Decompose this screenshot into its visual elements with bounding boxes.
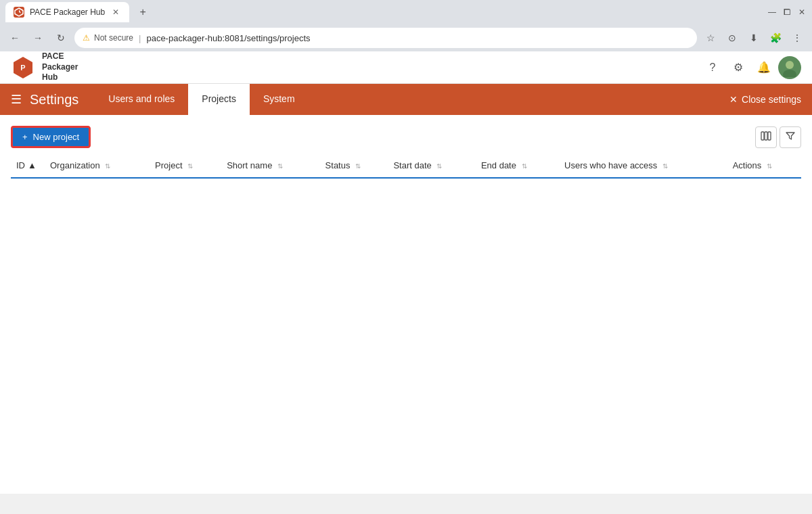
logo-icon: P xyxy=(11,55,35,80)
sort-icon: ⇅ xyxy=(522,162,527,170)
projects-table: ID ▲ Organization ⇅ Project ⇅ xyxy=(11,154,801,179)
title-bar: PACE Packager Hub ✕ + — ⧠ ✕ xyxy=(0,0,812,24)
logo-text: PACE Packager Hub xyxy=(42,51,78,83)
svg-text:P: P xyxy=(20,64,25,72)
settings-title: Settings xyxy=(30,92,78,108)
bell-icon: 🔔 xyxy=(757,61,771,74)
svg-marker-1 xyxy=(19,9,21,14)
sort-icon: ⇅ xyxy=(105,162,110,170)
close-icon: ✕ xyxy=(729,94,738,105)
url-bar[interactable]: ⚠ Not secure | pace-packager-hub:8081/se… xyxy=(74,28,697,48)
tab-favicon xyxy=(14,7,24,18)
tab-users-and-roles[interactable]: Users and roles xyxy=(95,84,188,115)
extensions-button[interactable]: 🧩 xyxy=(766,28,785,47)
sort-icon: ⇅ xyxy=(662,162,668,170)
gear-icon: ⚙ xyxy=(734,61,743,74)
svg-rect-8 xyxy=(768,132,771,140)
sort-icon: ⇅ xyxy=(187,162,193,170)
download-button[interactable]: ⬇ xyxy=(744,28,763,47)
help-button[interactable]: ? xyxy=(701,56,724,79)
tab-system[interactable]: System xyxy=(250,84,309,115)
tab-title: PACE Packager Hub xyxy=(30,7,105,17)
tab-projects[interactable]: Projects xyxy=(188,84,250,115)
not-secure-label: Not secure xyxy=(94,33,133,43)
address-bar: ← → ↻ ⚠ Not secure | pace-packager-hub:8… xyxy=(0,24,812,51)
bookmark-button[interactable]: ☆ xyxy=(701,28,720,47)
app-header: P PACE Packager Hub ? ⚙ 🔔 xyxy=(0,51,812,84)
forward-button[interactable]: → xyxy=(28,28,47,47)
sort-asc-icon: ▲ xyxy=(28,160,37,170)
help-icon: ? xyxy=(710,62,716,74)
app-logo: P PACE Packager Hub xyxy=(11,51,78,83)
url-separator: | xyxy=(139,33,141,43)
sort-icon: ⇅ xyxy=(767,162,772,170)
maximize-button[interactable]: ⧠ xyxy=(782,7,792,17)
col-header-project[interactable]: Project ⇅ xyxy=(150,154,221,178)
table-toolbar: + New project xyxy=(11,126,801,148)
profile-button[interactable]: ⊙ xyxy=(723,28,742,47)
svg-point-5 xyxy=(783,70,796,77)
back-button[interactable]: ← xyxy=(5,28,24,47)
col-header-status[interactable]: Status ⇅ xyxy=(320,154,388,178)
sort-icon: ⇅ xyxy=(355,162,361,170)
header-icons: ? ⚙ 🔔 xyxy=(701,56,801,79)
col-header-actions[interactable]: Actions ⇅ xyxy=(727,154,801,178)
columns-toggle-button[interactable] xyxy=(755,126,777,148)
browser-tab[interactable]: PACE Packager Hub ✕ xyxy=(5,2,129,22)
filter-icon xyxy=(786,131,795,143)
settings-button[interactable]: ⚙ xyxy=(727,56,750,79)
user-avatar[interactable] xyxy=(778,56,801,79)
security-warning-icon: ⚠ xyxy=(83,33,90,43)
notifications-button[interactable]: 🔔 xyxy=(752,56,775,79)
menu-icon[interactable]: ☰ xyxy=(11,92,22,107)
col-header-short-name[interactable]: Short name ⇅ xyxy=(221,154,319,178)
col-header-end-date[interactable]: End date ⇅ xyxy=(476,154,559,178)
app-content: P PACE Packager Hub ? ⚙ 🔔 xyxy=(0,51,812,494)
settings-nav: ☰ Settings Users and roles Projects Syst… xyxy=(0,84,812,115)
col-header-id[interactable]: ID ▲ xyxy=(11,154,45,178)
close-window-button[interactable]: ✕ xyxy=(797,7,807,17)
minimize-button[interactable]: — xyxy=(767,7,777,17)
tab-close-button[interactable]: ✕ xyxy=(110,7,121,18)
table-actions xyxy=(755,126,801,148)
reload-button[interactable]: ↻ xyxy=(51,28,70,47)
url-text: pace-packager-hub:8081/settings/projects xyxy=(146,33,310,43)
svg-rect-7 xyxy=(765,132,767,140)
new-project-button[interactable]: + New project xyxy=(11,126,91,148)
main-content: + New project xyxy=(0,115,812,494)
svg-rect-6 xyxy=(761,132,764,140)
new-tab-button[interactable]: + xyxy=(133,3,152,22)
table-header-row: ID ▲ Organization ⇅ Project ⇅ xyxy=(11,154,801,178)
svg-point-4 xyxy=(786,61,794,69)
sort-icon: ⇅ xyxy=(436,162,442,170)
col-header-start-date[interactable]: Start date ⇅ xyxy=(388,154,476,178)
filter-button[interactable] xyxy=(780,126,801,148)
col-header-organization[interactable]: Organization ⇅ xyxy=(45,154,150,178)
plus-icon: + xyxy=(22,132,28,142)
col-header-users-access[interactable]: Users who have access ⇅ xyxy=(559,154,727,178)
columns-icon xyxy=(761,131,771,143)
more-button[interactable]: ⋮ xyxy=(788,28,807,47)
close-settings-button[interactable]: ✕ Close settings xyxy=(719,84,812,115)
sort-icon: ⇅ xyxy=(277,162,283,170)
